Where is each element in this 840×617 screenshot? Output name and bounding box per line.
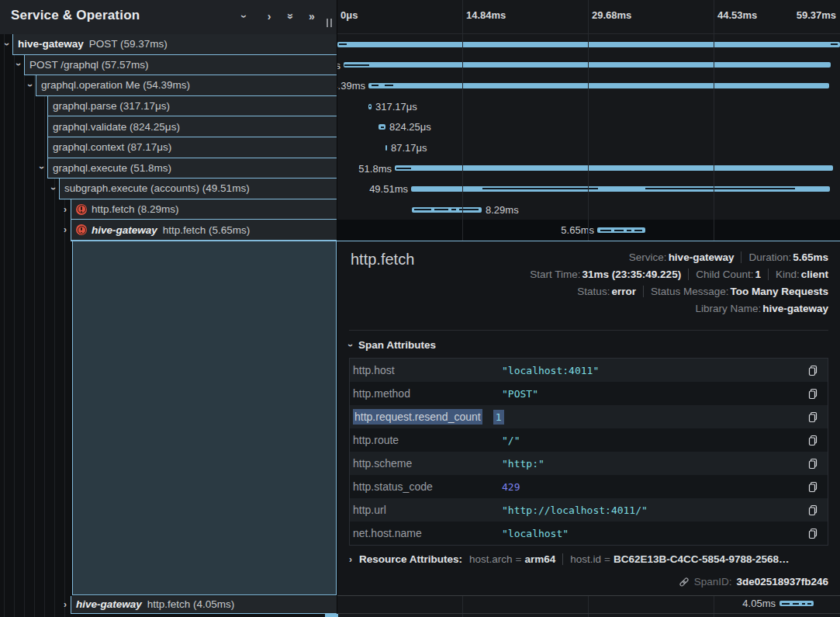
copy-icon[interactable] bbox=[807, 528, 818, 539]
span-bar[interactable] bbox=[412, 207, 482, 213]
span-detail-panel: http.fetch Service:hive-gateway Duration… bbox=[337, 241, 840, 595]
kind-value: client bbox=[801, 269, 828, 280]
duration-label: 87.17μs bbox=[391, 142, 427, 154]
span-bar[interactable] bbox=[368, 104, 372, 109]
link-icon[interactable] bbox=[679, 577, 690, 588]
tree-row[interactable]: graphql.parse (317.17μs) bbox=[47, 96, 337, 117]
tree-row[interactable]: › hive-gateway http.fetch (4.05ms) bbox=[71, 596, 337, 614]
attribute-row[interactable]: http.route "/" bbox=[350, 428, 828, 452]
span-bar[interactable] bbox=[385, 145, 387, 151]
tree-row[interactable]: › graphql.execute (51.8ms) bbox=[47, 158, 337, 179]
copy-icon[interactable] bbox=[807, 411, 818, 423]
axis-tick: 29.68ms bbox=[592, 9, 631, 21]
span-service: hive-gateway bbox=[92, 224, 157, 236]
tree-row[interactable]: graphql.validate (824.25μs) bbox=[47, 116, 337, 137]
span-bar[interactable] bbox=[344, 62, 831, 68]
timeline-row bbox=[337, 34, 840, 55]
copy-icon[interactable] bbox=[807, 458, 818, 470]
error-icon bbox=[76, 204, 87, 215]
timeline-row: 51.8ms bbox=[337, 158, 840, 179]
span-operation: graphql.validate (824.25μs) bbox=[53, 121, 180, 133]
expand-all-icon[interactable]: » bbox=[305, 9, 319, 23]
copy-icon[interactable] bbox=[807, 435, 818, 446]
start-time-value: 31ms (23:35:49.225) bbox=[582, 269, 682, 280]
copy-icon[interactable] bbox=[807, 388, 818, 400]
chevron-right-icon[interactable]: › bbox=[60, 224, 70, 235]
timeline-gridline bbox=[588, 0, 589, 241]
tree-row[interactable]: › hive-gateway POST (59.37ms) bbox=[12, 34, 337, 55]
span-bar[interactable] bbox=[780, 601, 814, 606]
chevron-down-icon[interactable]: › bbox=[2, 39, 12, 50]
span-attributes-header[interactable]: › Span Attributes bbox=[349, 339, 436, 351]
timeline-row: 57.57ms bbox=[337, 55, 840, 76]
timeline-row: 317.17μs bbox=[337, 96, 840, 117]
attribute-value: "http:" bbox=[502, 458, 544, 470]
attribute-key: net.host.name bbox=[353, 527, 502, 539]
attribute-key: http.method bbox=[353, 387, 502, 400]
pane-resize-grip[interactable] bbox=[326, 19, 334, 28]
timeline-row: 54.39ms bbox=[337, 75, 840, 96]
pane-split-line[interactable] bbox=[337, 0, 337, 617]
attribute-row[interactable]: http.status_code 429 bbox=[350, 475, 828, 498]
chevron-down-icon[interactable]: › bbox=[49, 183, 58, 194]
resource-attributes-row[interactable]: › Resource Attributes: host.arch=arm64 h… bbox=[349, 553, 790, 565]
tree-row-selected[interactable]: › hive-gateway http.fetch (5.65ms) bbox=[71, 220, 337, 241]
axis-tick: 0μs bbox=[340, 9, 358, 21]
attribute-row[interactable]: net.host.name "localhost" bbox=[350, 522, 828, 545]
attribute-row-selected[interactable]: http.request.resend_count 1 bbox=[350, 405, 828, 428]
attribute-value: "POST" bbox=[502, 388, 538, 400]
tree-row[interactable]: › POST /graphql (57.57ms) bbox=[24, 55, 337, 76]
attribute-row[interactable]: http.host "localhost:4011" bbox=[350, 359, 828, 382]
selected-span-backdrop bbox=[72, 241, 337, 595]
attribute-row[interactable]: http.method "POST" bbox=[350, 382, 828, 405]
copy-icon[interactable] bbox=[807, 504, 818, 516]
span-operation: graphql.execute (51.8ms) bbox=[53, 162, 171, 174]
copy-icon[interactable] bbox=[807, 481, 818, 493]
chevron-right-icon[interactable]: › bbox=[60, 599, 70, 610]
span-operation: POST /graphql (57.57ms) bbox=[29, 59, 149, 71]
chevron-down-icon[interactable]: › bbox=[26, 80, 35, 91]
detail-meta-line: Status:error Status Message:Too Many Req… bbox=[577, 283, 828, 299]
span-operation: POST (59.37ms) bbox=[89, 38, 168, 50]
detail-bottom-border bbox=[337, 595, 840, 596]
span-bar[interactable] bbox=[337, 42, 840, 47]
span-operation: graphql.operation Me (54.39ms) bbox=[41, 79, 190, 91]
expand-one-icon[interactable]: › bbox=[262, 9, 276, 23]
tree-row[interactable]: › subgraph.execute (accounts) (49.51ms) bbox=[59, 179, 337, 199]
chevron-right-icon[interactable]: › bbox=[60, 204, 70, 215]
span-bar[interactable] bbox=[597, 227, 645, 233]
tree-row[interactable]: › graphql.operation Me (54.39ms) bbox=[36, 75, 337, 96]
service-value: hive-gateway bbox=[669, 251, 735, 263]
resource-value: BC62E13B-C4CC-5854-9788-2568… bbox=[614, 553, 790, 565]
tree-row[interactable]: › http.fetch (8.29ms) bbox=[71, 199, 337, 220]
library-value: hive-gateway bbox=[762, 303, 828, 314]
selected-row-border bbox=[71, 241, 840, 241]
chevron-down-icon[interactable]: › bbox=[37, 162, 47, 173]
copy-icon[interactable] bbox=[807, 365, 818, 376]
collapse-all-icon[interactable]: » bbox=[284, 9, 298, 23]
span-id-row: SpanID: 3de02518937fb246 bbox=[679, 576, 828, 588]
span-operation: subgraph.execute (accounts) (49.51ms) bbox=[64, 182, 250, 194]
attribute-key: http.route bbox=[353, 434, 502, 446]
attribute-key: http.url bbox=[353, 504, 502, 516]
collapse-one-icon[interactable]: › bbox=[237, 9, 251, 23]
resource-value: arm64 bbox=[524, 553, 555, 565]
attribute-key: http.request.resend_count bbox=[353, 409, 482, 425]
chevron-down-icon[interactable]: › bbox=[14, 59, 23, 70]
attribute-key: http.host bbox=[353, 364, 502, 376]
attribute-row[interactable]: http.scheme "http:" bbox=[350, 452, 828, 475]
span-bar[interactable] bbox=[379, 124, 385, 130]
tree-row[interactable]: graphql.context (87.17μs) bbox=[47, 137, 337, 158]
span-bar[interactable] bbox=[368, 83, 829, 88]
duration-label: 54.39ms bbox=[337, 80, 365, 92]
attribute-row[interactable]: http.url "http://localhost:4011/" bbox=[350, 498, 828, 522]
span-bar[interactable] bbox=[411, 186, 830, 192]
timeline-gridline bbox=[462, 0, 463, 241]
timeline-row: 87.17μs bbox=[337, 137, 840, 158]
duration-label: 4.05ms bbox=[742, 598, 776, 609]
chevron-down-icon: › bbox=[349, 340, 352, 351]
detail-divider bbox=[349, 330, 828, 331]
attribute-value: "/" bbox=[502, 435, 520, 446]
trace-viewer: Service & Operation › › » » › hive-gatew… bbox=[0, 0, 840, 617]
span-bar[interactable] bbox=[395, 165, 833, 171]
